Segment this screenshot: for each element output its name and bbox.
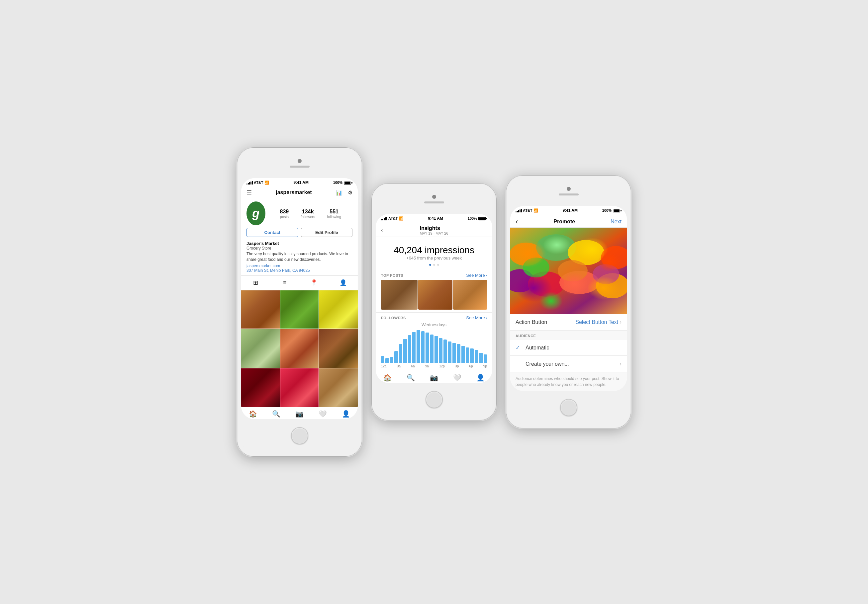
- chart-bar: [399, 344, 402, 363]
- profile-address[interactable]: 307 Main St, Menlo Park, CA 94025: [246, 268, 352, 273]
- top-bezel-1: [241, 152, 358, 178]
- nav-home-2[interactable]: 🏠: [376, 374, 399, 382]
- top-post-2[interactable]: [418, 280, 453, 310]
- svg-rect-0: [510, 228, 627, 314]
- profile-tabs: ⊞ ≡ 📍 👤: [241, 275, 358, 290]
- tab-tagged[interactable]: 👤: [329, 276, 358, 290]
- phone-3-inner: AT&T 📶 9:41 AM 100% ‹ Promot: [510, 206, 627, 391]
- svg-point-5: [601, 246, 627, 269]
- svg-point-3: [536, 234, 576, 261]
- back-button-3[interactable]: ‹: [516, 217, 518, 226]
- nav-profile-2[interactable]: 👤: [469, 374, 492, 382]
- profile-menu-icon[interactable]: ☰: [246, 189, 252, 196]
- svg-point-8: [560, 271, 599, 294]
- grid-cell-6[interactable]: [319, 329, 358, 368]
- grid-cell-8[interactable]: [281, 368, 319, 407]
- signal-icon-3: [516, 209, 522, 212]
- bottom-bezel-1: [241, 419, 358, 452]
- chart-bar: [461, 346, 465, 363]
- nav-search-2[interactable]: 🔍: [399, 374, 422, 382]
- back-button-2[interactable]: ‹: [381, 227, 383, 234]
- profile-nav-icons: 📊 ⚙: [336, 190, 352, 196]
- status-bar-2: AT&T 📶 9:41 AM 100%: [376, 214, 492, 222]
- status-right-1: 100%: [333, 181, 352, 184]
- svg-point-2: [510, 243, 543, 266]
- home-button-1[interactable]: [291, 427, 308, 444]
- battery-icon-2: [478, 217, 487, 220]
- bottom-nav-2: 🏠 🔍 📷 🤍 👤: [376, 371, 492, 383]
- no-check-icon: ✓: [516, 361, 522, 367]
- front-camera-2: [432, 195, 436, 199]
- analytics-icon[interactable]: 📊: [336, 190, 343, 196]
- tab-list[interactable]: ≡: [270, 276, 300, 290]
- audience-custom[interactable]: ✓ Create your own...: [510, 356, 627, 372]
- bar-chart: [381, 330, 487, 363]
- grid-cell-2[interactable]: [281, 290, 319, 329]
- posts-label: posts: [280, 215, 289, 219]
- following-label: following: [327, 215, 341, 219]
- nav-heart-1[interactable]: 🤍: [311, 410, 335, 418]
- bottom-bezel-3: [510, 391, 627, 424]
- chart-bar: [381, 356, 384, 363]
- status-left-1: AT&T 📶: [246, 181, 269, 185]
- top-bezel-3: [510, 179, 627, 206]
- chart-bar: [453, 343, 456, 363]
- grid-cell-1[interactable]: [241, 290, 280, 329]
- settings-icon[interactable]: ⚙: [348, 190, 352, 196]
- chart-bar: [390, 357, 393, 363]
- top-posts-see-more[interactable]: See More ›: [466, 273, 487, 278]
- chart-label: Wednesdays: [381, 322, 487, 327]
- stat-followers: 134k followers: [301, 209, 315, 219]
- chart-bar: [417, 330, 420, 363]
- grid-cell-7[interactable]: [241, 368, 280, 407]
- chart-bar: [475, 350, 478, 363]
- top-post-3[interactable]: [453, 280, 487, 310]
- tab-location[interactable]: 📍: [300, 276, 329, 290]
- profile-name: Jasper's Market: [246, 241, 352, 246]
- grid-cell-3[interactable]: [319, 290, 358, 329]
- followers-see-more[interactable]: See More ›: [466, 315, 487, 320]
- profile-website[interactable]: jaspersmarket.com: [246, 264, 352, 268]
- followers-chart: Wednesdays 12a 3a 6a 9a 12p 3p 6p 9p: [376, 322, 492, 371]
- dot-2: [433, 264, 435, 266]
- nav-search-1[interactable]: 🔍: [264, 410, 288, 418]
- action-button-row[interactable]: Action Button Select Button Text: [510, 314, 627, 331]
- promote-hero-image: [510, 228, 627, 314]
- home-button-2[interactable]: [426, 391, 443, 408]
- home-button-3[interactable]: [560, 399, 577, 416]
- grid-cell-4[interactable]: [241, 329, 280, 368]
- custom-chevron: [620, 360, 622, 368]
- top-post-1[interactable]: [381, 280, 418, 310]
- profile-nav: ☰ jaspersmarket 📊 ⚙: [241, 186, 358, 199]
- grid-cell-5[interactable]: [281, 329, 319, 368]
- carrier-2: AT&T: [388, 216, 398, 220]
- profile-action-buttons: Contact Edit Profile: [241, 228, 358, 239]
- nav-profile-1[interactable]: 👤: [335, 410, 358, 418]
- status-time-3: 9:41 AM: [563, 208, 578, 213]
- impressions-number: 40,204 impressions: [381, 245, 487, 255]
- promote-next-button[interactable]: Next: [611, 219, 622, 225]
- chart-bar: [430, 335, 434, 363]
- nav-home-1[interactable]: 🏠: [241, 410, 264, 418]
- nav-heart-2[interactable]: 🤍: [446, 374, 469, 382]
- status-left-3: AT&T 📶: [516, 209, 538, 213]
- promote-header: ‹ Promote Next: [510, 214, 627, 228]
- phone-1-screen: AT&T 📶 9:41 AM 100% ☰ jasper: [241, 178, 358, 419]
- chart-bar: [412, 332, 415, 363]
- profile-stats: 839 posts 134k followers 551 following: [269, 205, 352, 221]
- contact-button[interactable]: Contact: [246, 228, 298, 237]
- profile-category: Grocery Store: [246, 246, 352, 250]
- nav-camera-1[interactable]: 📷: [288, 410, 311, 418]
- top-posts-label: TOP POSTS: [381, 273, 403, 277]
- battery-icon-3: [613, 209, 622, 212]
- svg-point-6: [510, 269, 535, 292]
- nav-camera-2[interactable]: 📷: [422, 374, 445, 382]
- edit-profile-button[interactable]: Edit Profile: [301, 228, 353, 237]
- audience-section: AUDIENCE ✓ Automatic ✓ Create your own..…: [510, 331, 627, 391]
- battery-pct-3: 100%: [602, 209, 612, 212]
- tab-grid[interactable]: ⊞: [241, 276, 270, 290]
- grid-cell-9[interactable]: [319, 368, 358, 407]
- audience-automatic[interactable]: ✓ Automatic: [510, 340, 627, 356]
- followers-count: 134k: [301, 209, 315, 215]
- action-button-label: Action Button: [516, 319, 547, 325]
